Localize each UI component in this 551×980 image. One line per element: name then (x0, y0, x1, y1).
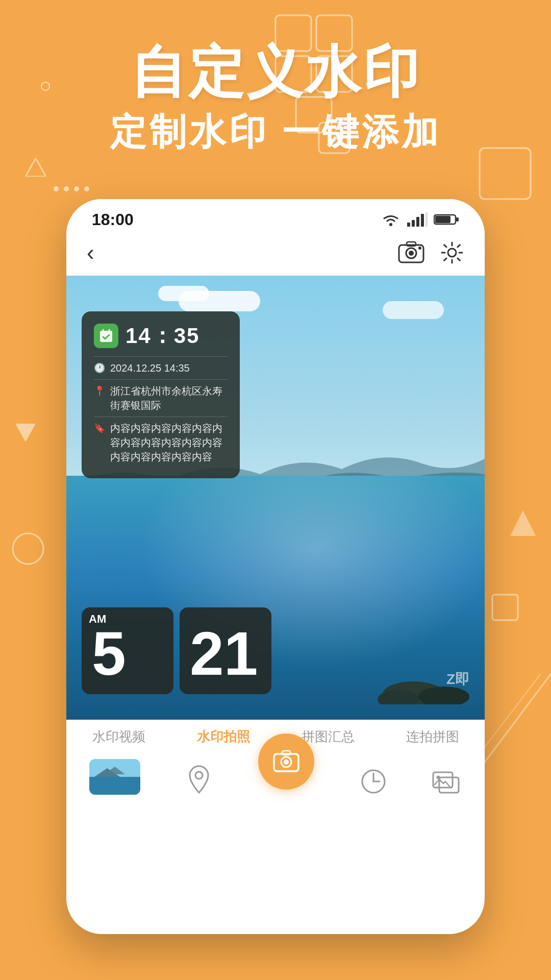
hero-title: 自定义水印 (0, 41, 551, 103)
tab-burst-collage[interactable]: 连拍拼图 (401, 728, 464, 746)
svg-rect-27 (435, 216, 450, 223)
svg-rect-24 (425, 212, 428, 227)
watermark-datetime: 2024.12.25 14:35 (110, 361, 190, 375)
status-bar: 18:00 (66, 199, 485, 235)
hero-section: 自定义水印 定制水印 一键添加 (0, 41, 551, 157)
svg-rect-21 (412, 220, 415, 227)
landscape-thumbnail (89, 759, 140, 795)
flip-hour-card: AM 5 (82, 607, 173, 694)
svg-point-8 (64, 186, 69, 191)
svg-rect-49 (282, 751, 290, 755)
svg-point-9 (74, 186, 79, 191)
svg-point-55 (437, 776, 440, 779)
svg-rect-42 (89, 777, 140, 795)
location-tab-icon (186, 764, 212, 795)
status-icons (381, 212, 459, 227)
battery-icon (434, 213, 459, 226)
svg-point-10 (84, 186, 89, 191)
tab-watermark-video[interactable]: 水印视频 (87, 728, 151, 746)
svg-point-48 (284, 760, 289, 765)
svg-point-7 (54, 186, 59, 191)
wm-divider-2 (94, 379, 228, 380)
watermark-note: 内容内容内容内容内容内容内容内容内容内容内容内容内容内容内容内容 (110, 421, 228, 464)
tab-item-location[interactable] (186, 764, 212, 795)
settings-icon[interactable] (440, 240, 464, 265)
flip-clock: AM 5 21 (82, 607, 271, 694)
photo-area: 14：35 🕐 2024.12.25 14:35 📍 浙江省杭州市余杭区永寿街赛… (66, 276, 485, 720)
back-button[interactable]: ‹ (87, 240, 94, 265)
tab-item-gallery[interactable] (432, 768, 462, 795)
hero-subtitle: 定制水印 一键添加 (0, 108, 551, 157)
svg-rect-26 (456, 217, 459, 222)
watermark-note-row: 🔖 内容内容内容内容内容内容内容内容内容内容内容内容内容内容内容内容 (94, 421, 228, 464)
flip-hour: 5 (92, 623, 163, 684)
calendar-icon (94, 324, 118, 348)
svg-point-45 (195, 772, 203, 779)
tab-watermark-photo[interactable]: 水印拍照 (192, 728, 255, 746)
svg-rect-38 (100, 331, 112, 335)
photo-watermark-logo: Z即 (446, 670, 469, 689)
am-label: AM (89, 612, 106, 626)
svg-rect-53 (433, 772, 453, 788)
bookmark-icon: 🔖 (94, 422, 105, 435)
wm-divider-1 (94, 356, 228, 357)
nav-right-icons (398, 240, 464, 265)
signal-icon (407, 212, 428, 227)
svg-point-30 (409, 251, 414, 256)
svg-rect-22 (416, 217, 419, 227)
clock-icon: 🕐 (94, 362, 105, 375)
svg-rect-15 (492, 595, 518, 620)
svg-rect-20 (407, 223, 410, 227)
nav-bar: ‹ (66, 235, 485, 276)
status-time: 18:00 (92, 210, 134, 229)
cloud-2 (158, 286, 209, 301)
watermark-time: 14：35 (126, 322, 199, 350)
watermark-header: 14：35 (94, 322, 228, 350)
svg-marker-11 (26, 158, 46, 177)
tab-item-clock[interactable] (360, 768, 387, 795)
gallery-tab-icon (432, 768, 462, 795)
wifi-icon (381, 212, 401, 227)
svg-marker-14 (510, 510, 536, 536)
watermark-location: 浙江省杭州市余杭区永寿街赛银国际 (110, 384, 228, 412)
watermark-card: 14：35 🕐 2024.12.25 14:35 📍 浙江省杭州市余杭区永寿街赛… (82, 311, 240, 478)
flip-minute-card: 21 (180, 607, 271, 694)
cloud-3 (383, 301, 444, 319)
svg-rect-31 (407, 242, 416, 246)
svg-line-17 (474, 674, 551, 776)
flip-minute: 21 (190, 623, 261, 684)
tab-item-video[interactable] (89, 759, 140, 795)
svg-rect-23 (421, 214, 424, 227)
svg-point-19 (389, 223, 392, 226)
tab-icons (66, 754, 485, 810)
svg-point-32 (418, 247, 421, 250)
clock-tab-icon (360, 768, 387, 795)
wm-divider-3 (94, 416, 228, 417)
camera-center-icon (273, 750, 299, 773)
center-camera-button[interactable] (258, 733, 314, 790)
tab-bar: 水印视频 水印拍照 拼图汇总 连拍拼图 (66, 720, 485, 810)
camera-icon[interactable] (398, 241, 424, 264)
svg-marker-12 (15, 424, 36, 442)
svg-point-33 (448, 249, 456, 257)
location-icon: 📍 (94, 385, 105, 398)
svg-point-13 (13, 533, 43, 564)
watermark-location-row: 📍 浙江省杭州市余杭区永寿街赛银国际 (94, 384, 228, 412)
tab-item-camera-center[interactable] (258, 754, 314, 795)
phone-mockup: 18:00 ‹ (66, 199, 485, 934)
watermark-datetime-row: 🕐 2024.12.25 14:35 (94, 361, 228, 375)
